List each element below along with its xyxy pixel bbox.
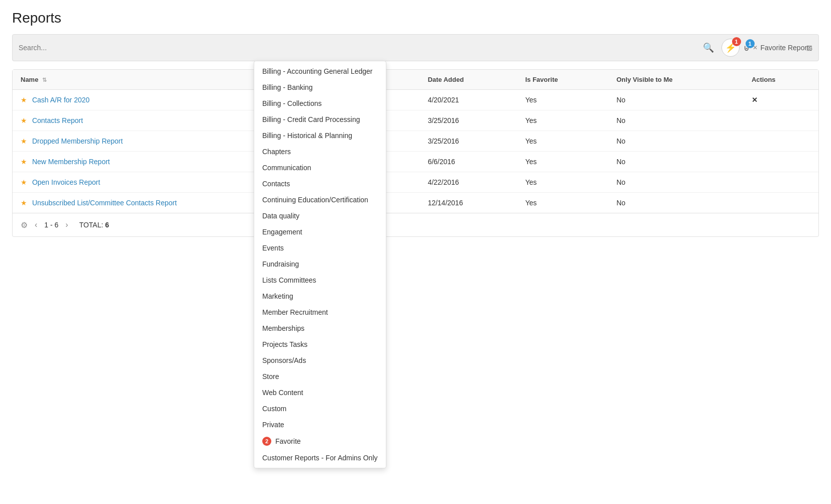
filter-badge: 1 (746, 39, 755, 48)
quick-filter-badge: 1 (732, 37, 741, 46)
report-actions-cell (744, 131, 818, 152)
quick-filter-button[interactable]: ⚡ 1 (721, 39, 740, 57)
report-visible-cell: No (608, 152, 744, 172)
dropdown-item-sponsors-ads[interactable]: Sponsors/Ads (254, 352, 386, 368)
report-visible-cell: No (608, 193, 744, 213)
dropdown-item-engagement[interactable]: Engagement (254, 224, 386, 240)
report-date-cell: 3/25/2016 (420, 110, 517, 131)
star-icon: ★ (21, 96, 27, 104)
report-actions-cell (744, 152, 818, 172)
total-count: 6 (105, 221, 109, 229)
col-date-added: Date Added (420, 70, 517, 90)
star-icon: ★ (21, 116, 27, 124)
star-icon: ★ (21, 158, 27, 166)
dropdown-item-billing-banking[interactable]: Billing - Banking (254, 79, 386, 95)
report-link-contacts[interactable]: Contacts Report (32, 116, 83, 124)
report-date-cell: 12/14/2016 (420, 193, 517, 213)
total-info: TOTAL: 6 (79, 221, 109, 229)
report-actions-cell: ✕ (744, 90, 818, 110)
reports-table: Name ⇅ Date Added Is Favorite Only Visib… (13, 70, 818, 213)
dropdown-item-contacts[interactable]: Contacts (254, 176, 386, 192)
search-icon-button[interactable]: 🔍 (699, 39, 717, 57)
favorite-reports-label: Favorite Reports (761, 44, 812, 52)
reports-table-container: Name ⇅ Date Added Is Favorite Only Visib… (12, 69, 819, 237)
pagination-settings-button[interactable]: ⚙ (21, 220, 28, 230)
dropdown-item-billing-historical[interactable]: Billing - Historical & Planning (254, 128, 386, 144)
report-visible-cell: No (608, 172, 744, 193)
table-row: ★ Contacts Report 3/25/2016 Yes No (13, 110, 818, 131)
col-is-favorite: Is Favorite (517, 70, 608, 90)
toolbar: 🔍 ⚡ 1 ⊎ 1 ✕ Favorite Reports ⊞ Billing -… (12, 34, 819, 61)
dropdown-item-memberships[interactable]: Memberships (254, 320, 386, 336)
dropdown-item-billing-collections[interactable]: Billing - Collections (254, 95, 386, 111)
page-range: 1 - 6 (44, 221, 58, 229)
dropdown-item-communication[interactable]: Communication (254, 160, 386, 176)
search-input[interactable] (19, 44, 699, 52)
report-link-new-membership[interactable]: New Membership Report (32, 158, 110, 166)
star-icon: ★ (21, 178, 27, 186)
favorite-badge-num: 2 (262, 437, 271, 446)
report-visible-cell: No (608, 90, 744, 110)
table-row: ★ Cash A/R for 2020 stomer ... 4/20/2021… (13, 90, 818, 110)
dropdown-item-customer-reports[interactable]: Customer Reports - For Admins Only (254, 450, 386, 466)
report-visible-cell: No (608, 131, 744, 152)
toolbar-icons: 🔍 ⚡ 1 ⊎ 1 ✕ Favorite Reports (699, 39, 812, 57)
dropdown-item-lists-committees[interactable]: Lists Committees (254, 272, 386, 288)
report-favorite-cell: Yes (517, 193, 608, 213)
report-visible-cell: No (608, 110, 744, 131)
report-actions-cell (744, 172, 818, 193)
dropdown-item-billing-accounting[interactable]: Billing - Accounting General Ledger (254, 63, 386, 79)
dropdown-menu: Billing - Accounting General Ledger Bill… (254, 61, 386, 468)
dropdown-item-data-quality[interactable]: Data quality (254, 208, 386, 224)
dropdown-item-web-content[interactable]: Web Content (254, 385, 386, 401)
report-favorite-cell: Yes (517, 90, 608, 110)
page-container: Reports 🔍 ⚡ 1 ⊎ 1 ✕ Favorite Reports ⊞ (0, 0, 831, 504)
dropdown-item-billing-credit-card[interactable]: Billing - Credit Card Processing (254, 111, 386, 128)
pagination: ⚙ ‹ 1 - 6 › TOTAL: 6 (13, 213, 818, 236)
table-row: ★ Open Invoices Report ain dat... 4/22/2… (13, 172, 818, 193)
col-actions: Actions (744, 70, 818, 90)
star-icon: ★ (21, 199, 27, 207)
filter-button[interactable]: ⊎ 1 ✕ Favorite Reports (744, 43, 812, 53)
previous-page-button[interactable]: ‹ (32, 219, 40, 230)
report-date-cell: 3/25/2016 (420, 131, 517, 152)
table-row: ★ New Membership Report 6/6/2016 Yes No (13, 152, 818, 172)
dropdown-item-marketing[interactable]: Marketing (254, 288, 386, 304)
dropdown-item-fundraising[interactable]: Fundraising (254, 256, 386, 272)
report-favorite-cell: Yes (517, 172, 608, 193)
table-header-row: Name ⇅ Date Added Is Favorite Only Visib… (13, 70, 818, 90)
dropdown-item-store[interactable]: Store (254, 368, 386, 385)
favorite-label: Favorite (275, 437, 301, 445)
report-favorite-cell: Yes (517, 131, 608, 152)
sort-icon-name: ⇅ (42, 77, 47, 83)
report-link-cash-ar[interactable]: Cash A/R for 2020 (32, 96, 89, 104)
dropdown-item-projects-tasks[interactable]: Projects Tasks (254, 336, 386, 352)
report-favorite-cell: Yes (517, 152, 608, 172)
report-favorite-cell: Yes (517, 110, 608, 131)
next-page-button[interactable]: › (62, 219, 71, 230)
report-date-cell: 4/22/2016 (420, 172, 517, 193)
dropdown-item-private[interactable]: Private (254, 417, 386, 433)
report-date-cell: 6/6/2016 (420, 152, 517, 172)
col-only-visible: Only Visible to Me (608, 70, 744, 90)
report-link-unsubscribed[interactable]: Unsubscribed List/Committee Contacts Rep… (32, 199, 177, 207)
page-title: Reports (12, 10, 819, 26)
grid-icon: ⊞ (806, 43, 812, 53)
delete-button[interactable]: ✕ (752, 96, 758, 104)
table-row: ★ Dropped Membership Report 3/25/2016 Ye… (13, 131, 818, 152)
dropdown-item-member-recruitment[interactable]: Member Recruitment (254, 304, 386, 320)
report-link-open-invoices[interactable]: Open Invoices Report (32, 178, 100, 186)
report-actions-cell (744, 110, 818, 131)
report-link-dropped[interactable]: Dropped Membership Report (32, 137, 123, 145)
dropdown-item-continuing-education[interactable]: Continuing Education/Certification (254, 192, 386, 208)
report-date-cell: 4/20/2021 (420, 90, 517, 110)
table-row: ★ Unsubscribed List/Committee Contacts R… (13, 193, 818, 213)
dropdown-item-events[interactable]: Events (254, 240, 386, 256)
dropdown-item-favorite[interactable]: 2 Favorite (254, 433, 386, 450)
report-actions-cell (744, 193, 818, 213)
star-icon: ★ (21, 137, 27, 145)
dropdown-item-custom[interactable]: Custom (254, 401, 386, 417)
dropdown-item-chapters[interactable]: Chapters (254, 144, 386, 160)
